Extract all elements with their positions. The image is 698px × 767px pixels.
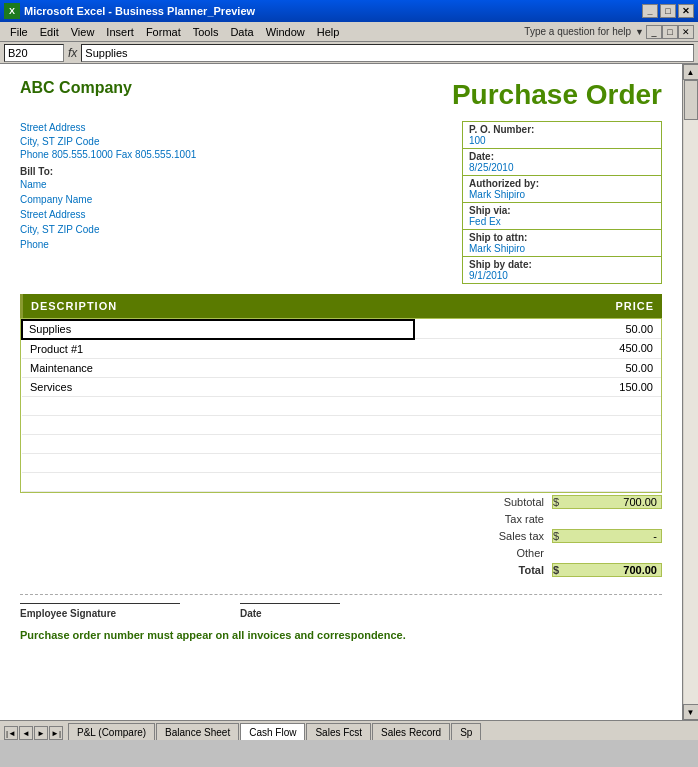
company-name: ABC Company bbox=[20, 79, 132, 97]
maximize-button[interactable]: □ bbox=[660, 4, 676, 18]
po-ship-attn-row: Ship to attn: Mark Shipiro bbox=[463, 230, 661, 257]
tax-rate-label: Tax rate bbox=[382, 513, 552, 525]
subtotal-label: Subtotal bbox=[382, 496, 552, 508]
window-controls[interactable]: _ □ ✕ bbox=[642, 4, 694, 18]
minimize-button[interactable]: _ bbox=[642, 4, 658, 18]
empty-cell bbox=[22, 434, 414, 453]
empty-cell bbox=[22, 396, 414, 415]
menu-tools[interactable]: Tools bbox=[187, 24, 225, 40]
formula-input[interactable]: Supplies bbox=[81, 44, 694, 62]
scroll-track[interactable] bbox=[684, 80, 698, 704]
menu-data[interactable]: Data bbox=[224, 24, 259, 40]
po-date-value: 8/25/2010 bbox=[469, 162, 514, 173]
po-number-value: 100 bbox=[469, 135, 486, 146]
maximize-btn-2[interactable]: □ bbox=[662, 25, 678, 39]
po-ship-via-value: Fed Ex bbox=[469, 216, 501, 227]
menu-file[interactable]: File bbox=[4, 24, 34, 40]
tab-cash-flow[interactable]: Cash Flow bbox=[240, 723, 305, 740]
scroll-down-button[interactable]: ▼ bbox=[683, 704, 699, 720]
signature-section: Employee Signature Date bbox=[20, 594, 662, 619]
item-price: 50.00 bbox=[414, 320, 661, 339]
sales-tax-row: Sales tax $ - bbox=[382, 527, 662, 545]
document-header: ABC Company Purchase Order bbox=[20, 74, 662, 111]
subtotal-value-cell: $ 700.00 bbox=[552, 495, 662, 509]
price-header: PRICE bbox=[441, 294, 662, 318]
po-ship-via-row: Ship via: Fed Ex bbox=[463, 203, 661, 230]
item-price: 450.00 bbox=[414, 339, 661, 359]
empty-cell bbox=[22, 472, 414, 491]
po-ship-date-value: 9/1/2010 bbox=[469, 270, 508, 281]
tax-rate-row: Tax rate bbox=[382, 511, 662, 527]
tab-sales-record[interactable]: Sales Record bbox=[372, 723, 450, 740]
empty-cell bbox=[22, 415, 414, 434]
bill-to-city: City, ST ZIP Code bbox=[20, 222, 452, 237]
total-value-cell: $ 700.00 bbox=[552, 563, 662, 577]
menu-help[interactable]: Help bbox=[311, 24, 346, 40]
employee-signature: Employee Signature bbox=[20, 603, 180, 619]
bill-to-section: Bill To: Name Company Name Street Addres… bbox=[20, 166, 452, 252]
tab-first-button[interactable]: |◄ bbox=[4, 726, 18, 740]
tab-sp[interactable]: Sp bbox=[451, 723, 481, 740]
tab-sales-fcst[interactable]: Sales Fcst bbox=[306, 723, 371, 740]
menu-view[interactable]: View bbox=[65, 24, 101, 40]
scroll-thumb[interactable] bbox=[684, 80, 698, 120]
tab-balance-sheet[interactable]: Balance Sheet bbox=[156, 723, 239, 740]
table-row-empty bbox=[22, 415, 661, 434]
cell-reference[interactable]: B20 bbox=[4, 44, 64, 62]
menu-format[interactable]: Format bbox=[140, 24, 187, 40]
address-line2: City, ST ZIP Code bbox=[20, 135, 452, 149]
bill-to-phone: Phone bbox=[20, 237, 452, 252]
item-price: 150.00 bbox=[414, 377, 661, 396]
empty-cell bbox=[414, 415, 661, 434]
empty-cell bbox=[414, 472, 661, 491]
address-phone: Phone 805.555.1000 Fax 805.555.1001 bbox=[20, 149, 452, 160]
spreadsheet-area: ABC Company Purchase Order Street Addres… bbox=[0, 64, 698, 720]
po-ship-attn-value: Mark Shipiro bbox=[469, 243, 525, 254]
minimize-btn-2[interactable]: _ bbox=[646, 25, 662, 39]
tab-next-button[interactable]: ► bbox=[34, 726, 48, 740]
menu-edit[interactable]: Edit bbox=[34, 24, 65, 40]
date-label: Date bbox=[240, 608, 262, 619]
table-row[interactable]: Services150.00 bbox=[22, 377, 661, 396]
description-table: DESCRIPTION PRICE bbox=[20, 294, 662, 318]
sales-tax-label: Sales tax bbox=[382, 530, 552, 542]
tab-last-button[interactable]: ►| bbox=[49, 726, 63, 740]
footer-note: Purchase order number must appear on all… bbox=[20, 629, 662, 641]
subtotal-row: Subtotal $ 700.00 bbox=[382, 493, 662, 511]
table-row[interactable]: Product #1450.00 bbox=[22, 339, 661, 359]
menu-window[interactable]: Window bbox=[260, 24, 311, 40]
date-line bbox=[240, 603, 340, 604]
tab-pl-compare[interactable]: P&L (Compare) bbox=[68, 723, 155, 740]
menu-bar: File Edit View Insert Format Tools Data … bbox=[0, 22, 698, 42]
table-row-empty bbox=[22, 472, 661, 491]
close-btn-2[interactable]: ✕ bbox=[678, 25, 694, 39]
po-ship-date-row: Ship by date: 9/1/2010 bbox=[463, 257, 661, 283]
total-row: Total $ 700.00 bbox=[382, 561, 662, 579]
bill-to-name: Name bbox=[20, 177, 452, 192]
help-input[interactable]: Type a question for help bbox=[524, 26, 635, 37]
subtotal-amount: 700.00 bbox=[567, 496, 661, 508]
po-date-label: Date: bbox=[469, 151, 494, 162]
table-row[interactable]: Maintenance50.00 bbox=[22, 358, 661, 377]
close-button[interactable]: ✕ bbox=[678, 4, 694, 18]
desc-header: DESCRIPTION bbox=[22, 294, 441, 318]
other-row: Other bbox=[382, 545, 662, 561]
table-body: Supplies50.00Product #1450.00Maintenance… bbox=[20, 318, 662, 493]
table-row[interactable]: Supplies50.00 bbox=[22, 320, 661, 339]
help-chevron-icon: ▼ bbox=[635, 27, 644, 37]
empty-cell bbox=[414, 434, 661, 453]
table-row-empty bbox=[22, 396, 661, 415]
formula-bar: B20 fx Supplies bbox=[0, 42, 698, 64]
item-description: Supplies bbox=[22, 320, 414, 339]
fx-label: fx bbox=[68, 46, 77, 60]
other-label: Other bbox=[382, 547, 552, 559]
scroll-up-button[interactable]: ▲ bbox=[683, 64, 699, 80]
total-label: Total bbox=[382, 564, 552, 576]
sales-tax-dollar: $ bbox=[553, 530, 563, 542]
po-ship-date-label: Ship by date: bbox=[469, 259, 532, 270]
menu-insert[interactable]: Insert bbox=[100, 24, 140, 40]
po-info-box: P. O. Number: 100 Date: 8/25/2010 Author… bbox=[462, 121, 662, 284]
tab-prev-button[interactable]: ◄ bbox=[19, 726, 33, 740]
bill-to-street: Street Address bbox=[20, 207, 452, 222]
scrollbar[interactable]: ▲ ▼ bbox=[682, 64, 698, 720]
